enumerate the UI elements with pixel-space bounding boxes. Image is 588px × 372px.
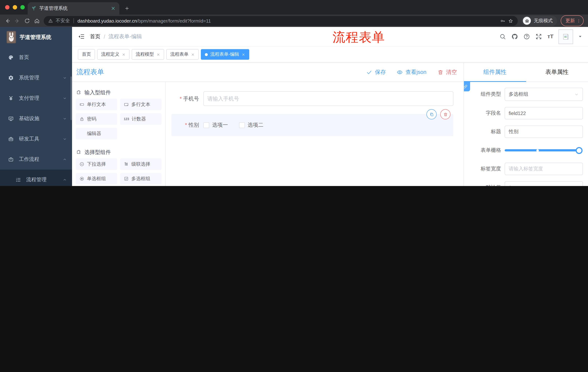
save-button[interactable]: 保存 [366, 69, 386, 75]
phone-input[interactable]: 请输入手机号 [203, 91, 453, 106]
form-grid-slider[interactable] [505, 149, 579, 151]
tab-title: 芋道管理系统 [39, 5, 108, 12]
tag-close-icon[interactable] [242, 53, 245, 56]
default-value-input[interactable]: 1 [505, 181, 583, 186]
sidebar-item-home[interactable]: 首页 [0, 47, 72, 68]
breadcrumb-home[interactable]: 首页 [90, 33, 100, 40]
dashboard-icon [8, 55, 14, 60]
canvas-field-phone[interactable]: 手机号 请输入手机号 [171, 91, 453, 106]
tag-process-definition[interactable]: 流程定义 [97, 49, 129, 60]
component-editor[interactable]: 编辑器 [76, 128, 117, 139]
sidebar-item-infra[interactable]: 基础设施 [0, 108, 72, 129]
component-multi-text[interactable]: 多行文本 [120, 99, 162, 110]
close-window-button[interactable] [5, 5, 10, 10]
forward-button[interactable] [14, 18, 20, 24]
tab-close-icon[interactable] [111, 6, 116, 11]
window-controls [5, 5, 25, 10]
browser-menu-icon[interactable] [576, 18, 581, 23]
tag-close-icon[interactable] [122, 53, 126, 56]
clear-button[interactable]: 清空 [437, 69, 457, 75]
gender-label: 性别 [171, 122, 203, 128]
search-icon[interactable] [499, 33, 506, 40]
not-secure-icon [48, 18, 53, 23]
tag-close-icon[interactable] [157, 53, 160, 56]
avatar-caret-icon[interactable] [578, 35, 582, 39]
incognito-icon [523, 17, 531, 25]
app-header: 首页 / 流程表单-编辑 流程表单 тT [72, 27, 588, 47]
tag-process-form[interactable]: 流程表单 [166, 49, 199, 60]
delete-component-button[interactable] [440, 109, 451, 119]
reload-button[interactable] [24, 18, 30, 24]
chevron-down-icon [574, 92, 579, 97]
tab-form-props[interactable]: 表单属性 [526, 63, 588, 82]
home-button[interactable] [34, 18, 40, 24]
checkbox-box[interactable] [239, 122, 245, 128]
browser-tab[interactable]: 芋道管理系统 [28, 2, 119, 15]
component-radio-group[interactable]: 单选框组 [76, 173, 117, 185]
sidebar-item-payment[interactable]: 支付管理 [0, 88, 72, 108]
password-key-icon[interactable] [500, 18, 505, 23]
briefcase-icon [8, 157, 14, 162]
copy-icon [429, 112, 434, 117]
tag-home[interactable]: 首页 [78, 49, 95, 60]
designer-header: 流程表单 保存 查看json [72, 63, 463, 82]
fullscreen-icon[interactable] [536, 33, 542, 40]
components-panel: 输入型组件 单行文本 多行文本 密码 123计数器 编辑器 [72, 82, 166, 186]
component-counter[interactable]: 123计数器 [120, 113, 162, 125]
view-json-button[interactable]: 查看json [397, 69, 426, 75]
sidebar-item-system[interactable]: 系统管理 [0, 68, 72, 88]
link-icon [464, 84, 468, 89]
browser-toolbar: 不安全 dashboard.yudao.iocoder.cn/bpm/manag… [0, 15, 588, 27]
properties-panel: 组件属性 表单属性 组件类型 多选框组 字段 [463, 63, 588, 186]
canvas-field-gender-selected[interactable]: 性别 选项一 选项二 [171, 114, 453, 136]
minimize-window-button[interactable] [13, 5, 17, 10]
sidebar: 芋道管理系统 首页 系统管理 支付管理 [0, 27, 72, 186]
logo-avatar [7, 31, 16, 43]
component-single-text[interactable]: 单行文本 [76, 99, 117, 110]
component-type-select[interactable]: 多选框组 [505, 88, 583, 101]
puzzle-icon [76, 149, 82, 155]
component-select[interactable]: 下拉选择 [76, 158, 117, 170]
slider-mark [536, 149, 539, 152]
github-icon[interactable] [511, 33, 518, 40]
gender-option-2[interactable]: 选项二 [239, 122, 263, 128]
monitor-icon [8, 116, 14, 122]
help-icon[interactable] [524, 33, 530, 40]
yen-icon [8, 95, 14, 101]
field-name-input[interactable]: field122 [505, 107, 583, 119]
sidebar-menu: 首页 系统管理 支付管理 基础设施 [0, 47, 72, 186]
component-checkbox-group[interactable]: 多选框组 [120, 173, 162, 185]
browser-tabstrip: 芋道管理系统 [0, 0, 588, 15]
maximize-window-button[interactable] [20, 5, 25, 10]
update-label: 更新 [566, 18, 575, 24]
url-bar[interactable]: 不安全 dashboard.yudao.iocoder.cn/bpm/manag… [44, 16, 518, 26]
title-input[interactable]: 性别 [505, 126, 583, 138]
sidebar-item-process-mgmt[interactable]: 流程管理 [0, 170, 72, 186]
sidebar-scrollbar[interactable] [71, 76, 72, 120]
copy-component-button[interactable] [426, 109, 437, 119]
component-password[interactable]: 密码 [76, 113, 117, 125]
tag-process-form-edit[interactable]: 流程表单-编辑 [201, 49, 249, 60]
tag-close-icon[interactable] [191, 53, 195, 56]
input-box-icon [79, 102, 84, 107]
back-button[interactable] [4, 18, 10, 24]
slider-handle[interactable] [576, 147, 583, 154]
new-tab-button[interactable] [125, 6, 129, 11]
sidebar-item-workflow[interactable]: 工作流程 [0, 149, 72, 170]
component-cascader[interactable]: 级联选择 [120, 158, 162, 170]
red-annotation-text: 流程表单 [333, 29, 385, 46]
avatar[interactable] [558, 29, 573, 44]
link-handle[interactable] [464, 82, 470, 91]
font-size-icon[interactable]: тT [547, 33, 553, 40]
checkbox-box[interactable] [203, 122, 209, 128]
sidebar-item-devtools[interactable]: 研发工具 [0, 129, 72, 149]
gender-option-1[interactable]: 选项一 [203, 122, 228, 128]
label-width-input[interactable]: 请输入标签宽度 [505, 163, 583, 175]
bookmark-star-icon[interactable] [508, 18, 514, 23]
browser-update-button[interactable]: 更新 [561, 15, 584, 26]
sidebar-toggle-icon[interactable] [78, 33, 85, 40]
tag-process-model[interactable]: 流程模型 [132, 49, 164, 60]
textarea-icon [124, 102, 129, 107]
lock-icon [79, 117, 84, 122]
tab-component-props[interactable]: 组件属性 [464, 63, 526, 82]
